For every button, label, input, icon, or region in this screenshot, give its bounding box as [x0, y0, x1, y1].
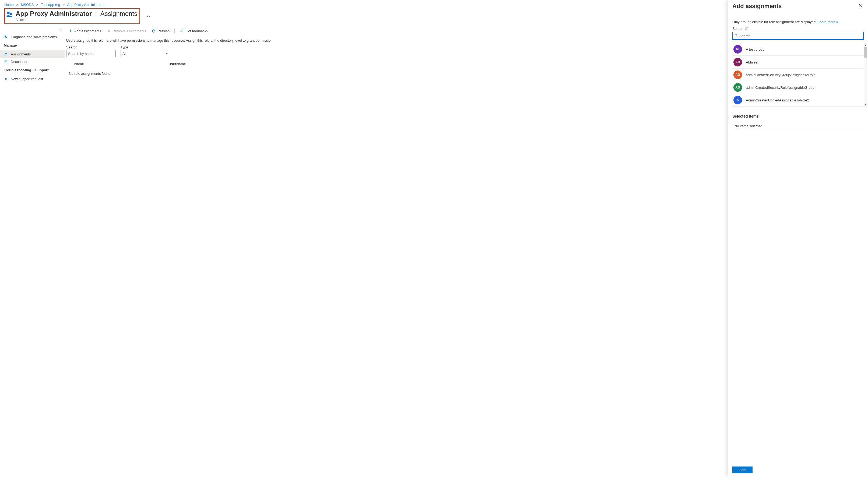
info-icon[interactable]: i — [745, 27, 748, 30]
selected-empty-text: No items selected — [732, 121, 864, 131]
avatar: A — [734, 96, 742, 104]
more-actions-button[interactable]: ··· — [144, 12, 152, 20]
avatar: AB — [734, 58, 742, 66]
chevron-down-icon: ▼ — [165, 52, 168, 55]
scroll-thumb[interactable] — [864, 47, 867, 58]
breadcrumb-sep: > — [63, 3, 65, 7]
feedback-icon — [180, 29, 184, 33]
remove-assignments-button[interactable]: Remove assignments — [104, 28, 148, 34]
group-result-item[interactable]: ABAbhijeet — [732, 56, 864, 68]
group-result-item[interactable]: ADadminCreatedSecurityGroupAssignedToRol… — [732, 68, 864, 81]
svg-point-1 — [10, 13, 12, 15]
people-icon — [4, 52, 8, 56]
panel-search-input[interactable] — [739, 34, 862, 38]
group-results-list: ATA test groupABAbhijeetADadminCreatedSe… — [732, 43, 864, 106]
type-select[interactable]: All ▼ — [121, 50, 170, 57]
left-sidebar: « Diagnose and solve problems Manage Ass… — [0, 27, 65, 477]
avatar: AT — [734, 45, 742, 54]
group-name: Abhijeet — [746, 60, 758, 64]
search-input[interactable] — [66, 50, 116, 57]
group-name: adminCreatedSecurityGroupAssignedToRole — [746, 73, 815, 77]
page-section-title: Assignments — [100, 10, 137, 17]
external-link-icon: ⧉ — [836, 21, 838, 24]
collapse-sidebar-button[interactable]: « — [0, 28, 65, 33]
breadcrumb-sep: > — [36, 3, 38, 7]
group-result-item[interactable]: ATA test group — [732, 43, 864, 56]
sidebar-description[interactable]: Description — [0, 58, 65, 65]
scroll-down-arrow[interactable]: ▼ — [864, 103, 867, 106]
sidebar-label: New support request — [11, 77, 43, 81]
scroll-track[interactable] — [864, 58, 867, 103]
sidebar-support[interactable]: New support request — [0, 75, 65, 83]
page-title: App Proxy Administrator | Assignments — [16, 10, 137, 17]
feedback-button[interactable]: Got feedback? — [177, 28, 211, 34]
x-icon — [106, 29, 111, 33]
add-assignments-button[interactable]: Add assignments — [66, 28, 103, 34]
support-icon — [4, 77, 8, 81]
breadcrumb-msods[interactable]: MSODS — [21, 3, 34, 7]
plus-icon — [68, 29, 73, 33]
document-icon — [4, 60, 8, 64]
column-username[interactable]: UserName — [168, 62, 186, 66]
role-name: App Proxy Administrator — [16, 10, 92, 17]
svg-point-0 — [7, 12, 10, 14]
group-role-icon — [6, 11, 13, 18]
breadcrumb-home[interactable]: Home — [4, 3, 14, 7]
refresh-icon — [152, 29, 156, 33]
sidebar-section-manage: Manage — [0, 41, 65, 49]
svg-point-8 — [181, 30, 182, 31]
type-label: Type — [121, 45, 170, 49]
button-label: Remove assignments — [113, 29, 146, 33]
scrollbar[interactable]: ▲ ▼ — [864, 43, 867, 106]
add-assignments-panel: Add assignments Only groups eligible for… — [728, 0, 868, 477]
close-icon — [859, 4, 863, 7]
panel-info-text: Only groups eligible for role assignment… — [732, 20, 864, 24]
svg-point-7 — [5, 78, 7, 79]
wrench-icon — [4, 35, 8, 39]
button-label: Add assignments — [74, 29, 101, 33]
title-separator: | — [95, 10, 97, 17]
sidebar-label: Assignments — [11, 52, 31, 56]
svg-point-2 — [5, 53, 6, 54]
column-name[interactable]: Name — [74, 62, 168, 66]
select-value: All — [122, 52, 126, 56]
sidebar-section-troubleshoot: Troubleshooting + Support — [0, 65, 65, 74]
refresh-button[interactable]: Refresh — [149, 28, 172, 34]
sidebar-diagnose[interactable]: Diagnose and solve problems — [0, 33, 65, 41]
svg-line-10 — [737, 36, 738, 37]
learn-more-link[interactable]: Learn more⧉ — [818, 20, 838, 24]
button-label: Got feedback? — [185, 29, 208, 33]
group-name: AdminCreatedUnifiedAssignableToRole2 — [746, 98, 809, 102]
group-name: A test group — [746, 47, 764, 52]
panel-search-box[interactable] — [732, 32, 864, 40]
button-label: Refresh — [157, 29, 170, 33]
breadcrumb-current[interactable]: App Proxy Administrator — [67, 3, 104, 7]
page-subtitle: All roles — [16, 18, 137, 22]
search-icon — [735, 34, 738, 38]
scroll-up-arrow[interactable]: ▲ — [864, 43, 867, 47]
panel-title: Add assignments — [732, 3, 782, 10]
close-panel-button[interactable] — [858, 3, 864, 10]
avatar: AD — [734, 70, 742, 79]
avatar: AD — [734, 83, 742, 92]
group-name: adminCreatedSecurityRoleAssignableGroup — [746, 86, 814, 90]
panel-search-label: Search i — [732, 27, 864, 31]
group-result-item[interactable]: AAdminCreatedUnifiedAssignableToRole2 — [732, 94, 864, 106]
search-label: Search — [66, 45, 116, 49]
svg-point-9 — [735, 34, 737, 36]
add-button[interactable]: Add — [732, 467, 752, 473]
svg-point-3 — [6, 53, 7, 54]
group-result-item[interactable]: ADadminCreatedSecurityRoleAssignableGrou… — [732, 81, 864, 94]
selected-items-heading: Selected items — [732, 114, 864, 118]
breadcrumb-test-app[interactable]: Test app reg — [41, 3, 60, 7]
sidebar-label: Description — [11, 60, 28, 64]
sidebar-assignments[interactable]: Assignments — [0, 50, 65, 58]
highlighted-header-area: App Proxy Administrator | Assignments Al… — [4, 8, 140, 24]
sidebar-label: Diagnose and solve problems — [11, 35, 57, 39]
breadcrumb-sep: > — [16, 3, 18, 7]
